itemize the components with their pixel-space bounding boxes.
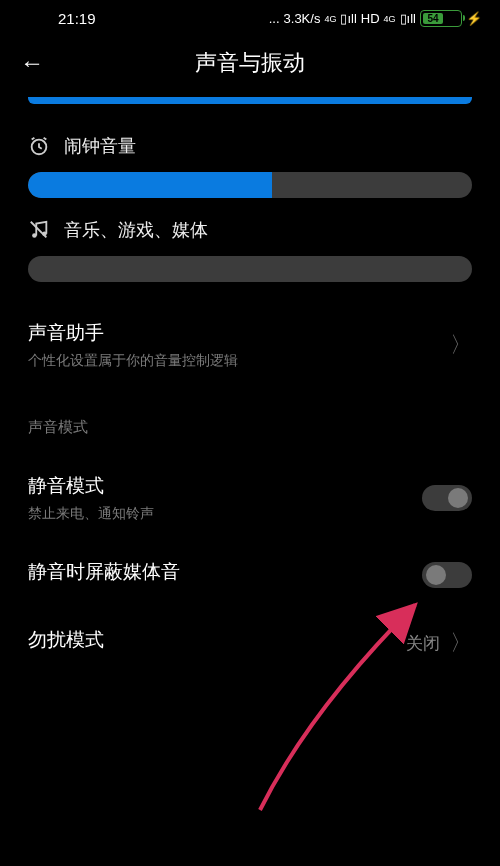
music-icon — [28, 219, 50, 241]
page-title: 声音与振动 — [195, 48, 305, 78]
status-dots: ... — [269, 11, 280, 26]
status-right: ... 3.3K/s 4G ▯ıll HD 4G ▯ıll 54 ⚡ — [269, 10, 482, 27]
battery-icon: 54 — [420, 10, 462, 27]
dnd-title: 勿扰模式 — [28, 627, 406, 653]
battery-percent: 54 — [423, 13, 443, 24]
media-volume-label: 音乐、游戏、媒体 — [64, 218, 208, 242]
alarm-volume-slider[interactable] — [28, 172, 472, 198]
chevron-right-icon: 〉 — [450, 330, 472, 360]
silent-mode-title: 静音模式 — [28, 473, 422, 499]
chevron-right-icon: 〉 — [450, 628, 472, 658]
partial-slider-remnant[interactable] — [28, 97, 472, 104]
sound-assistant-row[interactable]: 声音助手 个性化设置属于你的音量控制逻辑 〉 — [0, 302, 500, 388]
sound-assistant-subtitle: 个性化设置属于你的音量控制逻辑 — [28, 352, 450, 370]
status-speed: 3.3K/s — [284, 11, 321, 26]
toggle-knob — [448, 488, 468, 508]
status-signal2: ▯ıll — [400, 11, 416, 26]
alarm-volume-section: 闹钟音量 — [0, 134, 500, 198]
charging-icon: ⚡ — [466, 11, 482, 26]
mute-media-row: 静音时屏蔽媒体音 — [0, 541, 500, 609]
status-hd: HD — [361, 11, 380, 26]
media-volume-section: 音乐、游戏、媒体 — [0, 218, 500, 282]
header: ← 声音与振动 — [0, 33, 500, 97]
dnd-value: 关闭 — [406, 632, 440, 655]
silent-mode-toggle[interactable] — [422, 485, 472, 511]
silent-mode-subtitle: 禁止来电、通知铃声 — [28, 505, 422, 523]
sound-mode-category: 声音模式 — [0, 388, 500, 455]
dnd-row[interactable]: 勿扰模式 关闭 〉 — [0, 609, 500, 677]
alarm-icon — [28, 135, 50, 157]
status-net2: 4G — [384, 14, 396, 24]
status-bar: 21:19 ... 3.3K/s 4G ▯ıll HD 4G ▯ıll 54 ⚡ — [0, 0, 500, 33]
alarm-volume-label: 闹钟音量 — [64, 134, 136, 158]
silent-mode-row: 静音模式 禁止来电、通知铃声 — [0, 455, 500, 541]
status-signal1: ▯ıll — [340, 11, 356, 26]
mute-media-toggle[interactable] — [422, 562, 472, 588]
sound-assistant-title: 声音助手 — [28, 320, 450, 346]
mute-media-title: 静音时屏蔽媒体音 — [28, 559, 422, 585]
status-time: 21:19 — [18, 10, 96, 27]
back-button[interactable]: ← — [20, 49, 44, 77]
toggle-knob — [426, 565, 446, 585]
alarm-volume-fill — [28, 172, 272, 198]
media-volume-slider[interactable] — [28, 256, 472, 282]
status-net1: 4G — [324, 14, 336, 24]
svg-point-1 — [32, 233, 37, 238]
